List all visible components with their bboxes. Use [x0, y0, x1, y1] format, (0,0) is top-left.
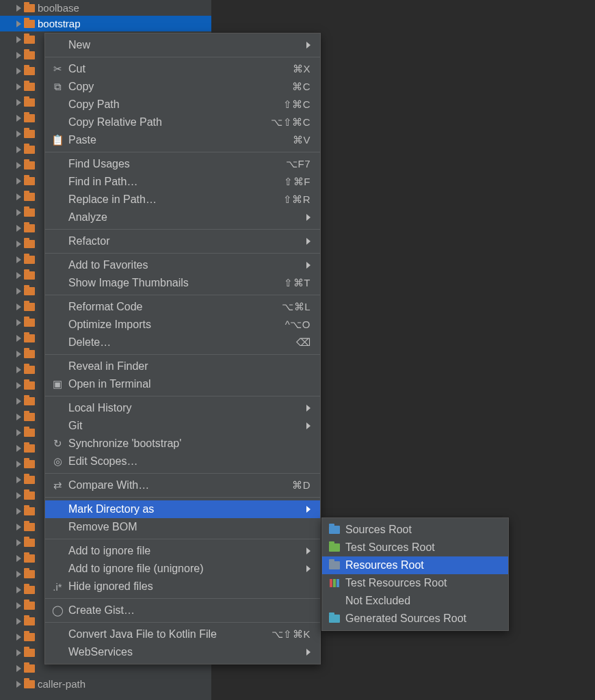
expand-arrow-icon[interactable]	[16, 21, 21, 27]
menu-item[interactable]: ↻Synchronize 'bootstrap'	[45, 435, 320, 453]
menu-item[interactable]: Remove BOM	[45, 518, 320, 536]
submenu-item[interactable]: Resources Root	[322, 556, 508, 574]
menu-item[interactable]: Add to ignore file (unignore)	[45, 560, 320, 578]
expand-arrow-icon[interactable]	[16, 366, 21, 373]
menu-item[interactable]: Reveal in Finder	[45, 358, 320, 375]
expand-arrow-icon[interactable]	[16, 571, 21, 578]
expand-arrow-icon[interactable]	[16, 319, 21, 326]
folder-icon	[24, 4, 35, 12]
expand-arrow-icon[interactable]	[16, 445, 21, 452]
expand-arrow-icon[interactable]	[16, 83, 21, 90]
expand-arrow-icon[interactable]	[16, 618, 21, 625]
menu-item[interactable]: Optimize Imports^⌥O	[45, 316, 320, 334]
menu-item[interactable]: Convert Java File to Kotlin File⌥⇧⌘K	[45, 625, 320, 643]
menu-item[interactable]: Reformat Code⌥⌘L	[45, 298, 320, 316]
expand-arrow-icon[interactable]	[16, 587, 21, 593]
expand-arrow-icon[interactable]	[16, 602, 21, 609]
expand-arrow-icon[interactable]	[16, 681, 21, 688]
expand-arrow-icon[interactable]	[16, 225, 21, 232]
expand-arrow-icon[interactable]	[16, 461, 21, 468]
menu-item[interactable]: Find in Path…⇧⌘F	[45, 173, 320, 191]
menu-item-icon	[51, 402, 64, 414]
menu-item[interactable]: Replace in Path…⇧⌘R	[45, 191, 320, 208]
menu-item[interactable]: Copy Path⇧⌘C	[45, 96, 320, 113]
expand-arrow-icon[interactable]	[16, 241, 21, 247]
menu-item[interactable]: Local History	[45, 399, 320, 417]
menu-item-icon	[51, 259, 64, 271]
expand-arrow-icon[interactable]	[16, 209, 21, 216]
menu-item[interactable]: Show Image Thumbnails⇧⌘T	[45, 274, 320, 292]
expand-arrow-icon[interactable]	[16, 288, 21, 295]
expand-arrow-icon[interactable]	[16, 634, 21, 641]
menu-item-shortcut: ⌥F7	[286, 158, 310, 170]
expand-arrow-icon[interactable]	[16, 539, 21, 546]
menu-item[interactable]: Delete…⌫	[45, 334, 320, 351]
tree-row[interactable]: boolbase	[0, 0, 211, 16]
expand-arrow-icon[interactable]	[16, 398, 21, 405]
folder-icon	[24, 334, 35, 342]
menu-item[interactable]: ✂Cut⌘X	[45, 60, 320, 78]
submenu-item[interactable]: Sources Root	[322, 521, 508, 539]
menu-item[interactable]: 📋Paste⌘V	[45, 131, 320, 149]
expand-arrow-icon[interactable]	[16, 36, 21, 43]
expand-arrow-icon[interactable]	[16, 272, 21, 279]
menu-item[interactable]: ⇄Compare With…⌘D	[45, 476, 320, 494]
menu-item[interactable]: .i*Hide ignored files	[45, 578, 320, 595]
expand-arrow-icon[interactable]	[16, 99, 21, 106]
menu-item[interactable]: ⧉Copy⌘C	[45, 78, 320, 96]
menu-item-label: Add to Favorites	[64, 259, 306, 271]
menu-item[interactable]: Copy Relative Path⌥⇧⌘C	[45, 113, 320, 131]
menu-item-icon	[51, 277, 64, 289]
submenu-item[interactable]: Generated Sources Root	[322, 610, 508, 628]
menu-item[interactable]: Add to ignore file	[45, 542, 320, 560]
expand-arrow-icon[interactable]	[16, 508, 21, 515]
menu-item[interactable]: ▣Open in Terminal	[45, 375, 320, 393]
expand-arrow-icon[interactable]	[16, 414, 21, 420]
submenu-item[interactable]: Test Sources Root	[322, 539, 508, 556]
expand-arrow-icon[interactable]	[16, 162, 21, 169]
expand-arrow-icon[interactable]	[16, 52, 21, 59]
menu-item[interactable]: Add to Favorites	[45, 256, 320, 274]
expand-arrow-icon[interactable]	[16, 382, 21, 389]
expand-arrow-icon[interactable]	[16, 115, 21, 122]
tree-row[interactable]: bootstrap	[0, 16, 211, 31]
menu-item[interactable]: Refactor	[45, 232, 320, 250]
menu-item[interactable]: Git	[45, 417, 320, 435]
expand-arrow-icon[interactable]	[16, 429, 21, 436]
menu-item[interactable]: Find Usages⌥F7	[45, 155, 320, 173]
expand-arrow-icon[interactable]	[16, 649, 21, 656]
expand-arrow-icon[interactable]	[16, 131, 21, 137]
submenu-item[interactable]: Test Resources Root	[322, 574, 508, 592]
expand-arrow-icon[interactable]	[16, 492, 21, 499]
menu-item-shortcut: ⇧⌘T	[284, 277, 310, 289]
expand-arrow-icon[interactable]	[16, 304, 21, 310]
menu-item-icon	[51, 646, 64, 658]
folder-icon	[24, 350, 35, 358]
menu-item[interactable]: Mark Directory as	[45, 500, 320, 518]
menu-item[interactable]: WebServices	[45, 643, 320, 661]
expand-arrow-icon[interactable]	[16, 68, 21, 75]
menu-item-icon	[51, 545, 64, 557]
menu-item[interactable]: ◯Create Gist…	[45, 602, 320, 619]
expand-arrow-icon[interactable]	[16, 335, 21, 342]
expand-arrow-icon[interactable]	[16, 476, 21, 483]
expand-arrow-icon[interactable]	[16, 146, 21, 153]
expand-arrow-icon[interactable]	[16, 351, 21, 358]
tree-row[interactable]: caller-path	[0, 676, 211, 692]
menu-item[interactable]: New	[45, 36, 320, 54]
expand-arrow-icon[interactable]	[16, 555, 21, 562]
menu-item-label: Local History	[64, 402, 306, 414]
expand-arrow-icon[interactable]	[16, 665, 21, 672]
expand-arrow-icon[interactable]	[16, 524, 21, 530]
expand-arrow-icon[interactable]	[16, 178, 21, 185]
expand-arrow-icon[interactable]	[16, 5, 21, 12]
menu-item[interactable]: ◎Edit Scopes…	[45, 453, 320, 470]
menu-item[interactable]: Analyze	[45, 208, 320, 226]
hide-icon: .i*	[51, 580, 64, 593]
expand-arrow-icon[interactable]	[16, 193, 21, 200]
menu-separator	[45, 57, 320, 57]
submenu-item[interactable]: Not Excluded	[322, 592, 508, 610]
folder-icon	[24, 507, 35, 515]
expand-arrow-icon[interactable]	[16, 256, 21, 263]
menu-item-icon	[51, 420, 64, 432]
